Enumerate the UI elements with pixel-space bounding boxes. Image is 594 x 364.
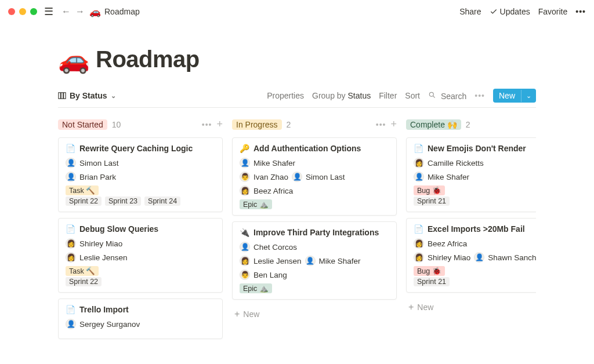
page-emoji[interactable]: 🚗 xyxy=(58,47,90,72)
person-chip[interactable]: 👤 Chet Corcos xyxy=(240,242,297,252)
person-name: Leslie Jensen xyxy=(79,253,128,262)
avatar-icon: 👤 xyxy=(474,252,484,263)
lane-title[interactable]: Not Started xyxy=(58,119,107,130)
person-chip[interactable]: 👩 Shirley Miao xyxy=(414,252,470,263)
sidebar-toggle-icon[interactable]: ☰ xyxy=(44,5,53,18)
card-people-row: 👨 Ivan Zhao 👤 Simon Last xyxy=(240,172,389,182)
minimize-window-button[interactable] xyxy=(19,8,26,15)
breadcrumb-emoji: 🚗 xyxy=(89,6,101,17)
sort-button[interactable]: Sort xyxy=(405,91,420,100)
lane-add-new-button[interactable]: +New xyxy=(232,305,397,323)
sprint-tag: Sprint 22 xyxy=(66,277,102,286)
close-window-button[interactable] xyxy=(8,8,15,15)
lane-title[interactable]: In Progress xyxy=(232,119,282,130)
board-card[interactable]: 🔑 Add Authentication Options 👤 Mike Shaf… xyxy=(232,137,397,216)
favorite-button[interactable]: Favorite xyxy=(538,7,568,16)
person-chip[interactable]: 👩 Leslie Jensen xyxy=(66,252,128,263)
board-card[interactable]: 📄 Trello Import 👤 Sergey Surganov xyxy=(58,299,223,339)
person-name: Simon Last xyxy=(79,159,119,168)
lane-add-new-button[interactable]: +New xyxy=(406,299,536,316)
view-picker[interactable]: By Status ⌄ xyxy=(58,91,116,100)
board-card[interactable]: 📄 Excel Imports >20Mb Fail 👩 Beez Africa… xyxy=(406,218,536,293)
page-title[interactable]: Roadmap xyxy=(96,46,200,72)
avatar-icon: 👤 xyxy=(66,172,76,182)
type-tag: Bug 🐞 xyxy=(414,266,445,276)
new-button[interactable]: New ⌄ xyxy=(493,89,536,103)
card-people-row: 👤 Sergey Surganov xyxy=(66,319,215,329)
lane-title[interactable]: Complete 🙌 xyxy=(406,119,461,130)
person-chip[interactable]: 👤 Simon Last xyxy=(66,158,119,168)
avatar-icon: 👤 xyxy=(66,158,76,168)
card-people-row: 👩 Shirley Miao xyxy=(66,238,215,249)
person-chip[interactable]: 👨 Ivan Zhao xyxy=(240,172,288,182)
new-dropdown-button[interactable]: ⌄ xyxy=(521,90,536,102)
window-chrome: ☰ ← → 🚗 Roadmap Share Updates Favorite •… xyxy=(0,0,594,23)
page-more-button[interactable]: ••• xyxy=(575,7,586,16)
avatar-icon: 👤 xyxy=(292,172,302,182)
maximize-window-button[interactable] xyxy=(30,8,37,15)
board-card[interactable]: 📄 Rewrite Query Caching Logic 👤 Simon La… xyxy=(58,137,223,212)
properties-button[interactable]: Properties xyxy=(267,91,304,100)
chevron-down-icon: ⌄ xyxy=(111,92,116,100)
add-new-label: New xyxy=(417,303,433,312)
search-button[interactable]: Search xyxy=(428,91,466,101)
card-title: Excel Imports >20Mb Fail xyxy=(428,224,525,234)
person-chip[interactable]: 👨 Ben Lang xyxy=(240,270,287,280)
lane-more-button[interactable]: ••• xyxy=(376,120,386,129)
card-title: New Emojis Don't Render xyxy=(428,144,526,153)
person-name: Brian Park xyxy=(79,173,116,181)
person-name: Shirley Miao xyxy=(428,253,470,262)
avatar-icon: 👩 xyxy=(66,238,76,249)
person-chip[interactable]: 👤 Mike Shafer xyxy=(305,256,361,266)
person-chip[interactable]: 👩 Shirley Miao xyxy=(66,238,122,249)
avatar-icon: 👤 xyxy=(240,242,250,252)
filter-button[interactable]: Filter xyxy=(379,91,397,100)
view-more-button[interactable]: ••• xyxy=(475,91,485,100)
card-people-row: 👩 Beez Africa xyxy=(414,238,536,249)
updates-button[interactable]: Updates xyxy=(490,7,530,16)
board-view-icon xyxy=(58,92,66,100)
card-people-row: 👩 Leslie Jensen xyxy=(66,252,215,263)
person-chip[interactable]: 👤 Mike Shafer xyxy=(240,158,295,168)
avatar-icon: 👤 xyxy=(305,256,316,266)
person-chip[interactable]: 👩 Beez Africa xyxy=(414,238,467,249)
breadcrumb[interactable]: 🚗 Roadmap xyxy=(89,6,140,17)
lane-add-button[interactable]: + xyxy=(390,118,397,130)
person-chip[interactable]: 👤 Mike Shafer xyxy=(414,172,469,182)
nav-back-button[interactable]: ← xyxy=(59,5,73,18)
card-people-row: 👩 Beez Africa xyxy=(240,185,389,196)
person-chip[interactable]: 👩 Leslie Jensen xyxy=(240,256,302,266)
avatar-icon: 👩 xyxy=(240,256,250,266)
person-name: Mike Shafer xyxy=(253,159,295,168)
svg-line-4 xyxy=(433,96,435,97)
card-people-row: 👤 Chet Corcos xyxy=(240,242,389,252)
lane-more-button[interactable]: ••• xyxy=(202,120,212,129)
lane-add-button[interactable]: + xyxy=(216,118,223,130)
svg-rect-2 xyxy=(64,93,66,99)
group-by-button[interactable]: Group by Status xyxy=(312,91,371,100)
person-chip[interactable]: 👤 Shawn Sanchez xyxy=(474,252,536,263)
board-card[interactable]: 🔌 Improve Third Party Integrations 👤 Che… xyxy=(232,221,397,300)
nav-forward-button[interactable]: → xyxy=(73,5,87,18)
avatar-icon: 👩 xyxy=(414,252,424,263)
card-type-icon: 📄 xyxy=(66,224,75,234)
board-card[interactable]: 📄 Debug Slow Queries 👩 Shirley Miao 👩 Le… xyxy=(58,218,223,293)
card-type-icon: 📄 xyxy=(414,224,423,234)
sprint-tag: Sprint 21 xyxy=(414,196,450,206)
person-chip[interactable]: 👩 Beez Africa xyxy=(240,185,293,196)
person-chip[interactable]: 👤 Brian Park xyxy=(66,172,116,182)
lane-count: 2 xyxy=(287,120,291,129)
person-chip[interactable]: 👩 Camille Ricketts xyxy=(414,158,484,168)
search-icon xyxy=(428,91,436,99)
card-people-row: 👤 Mike Shafer xyxy=(240,158,389,168)
person-name: Camille Ricketts xyxy=(428,159,484,168)
lane-header: In Progress 2 ••• + xyxy=(232,116,397,137)
person-chip[interactable]: 👤 Simon Last xyxy=(292,172,345,182)
type-tag: Task 🔨 xyxy=(66,185,99,195)
share-button[interactable]: Share xyxy=(459,7,481,16)
card-people-row: 👤 Mike Shafer xyxy=(414,172,536,182)
person-name: Leslie Jensen xyxy=(253,257,302,265)
card-type-icon: 📄 xyxy=(66,305,75,314)
board-card[interactable]: 📄 New Emojis Don't Render 👩 Camille Rick… xyxy=(406,137,536,212)
person-chip[interactable]: 👤 Sergey Surganov xyxy=(66,319,140,329)
